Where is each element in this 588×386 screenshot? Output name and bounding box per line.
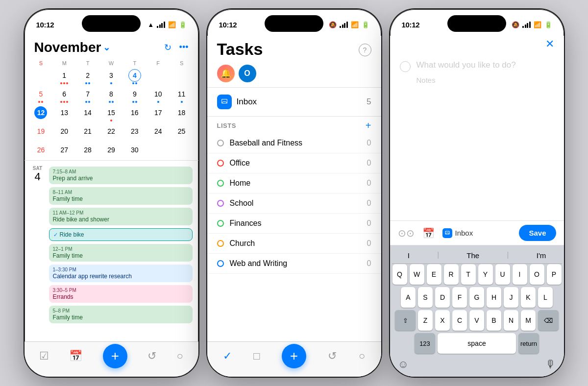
cal-day-7[interactable]: 7 [76, 87, 99, 104]
suggestion-i[interactable]: I [404, 250, 414, 261]
cal-day-2[interactable]: 2 [76, 68, 99, 86]
tab-checkmark-2[interactable]: ✓ [223, 350, 232, 362]
key-x[interactable]: X [435, 310, 450, 331]
toolbar-assign-icon[interactable]: ⊙⊙ [398, 227, 415, 239]
key-v[interactable]: V [469, 310, 484, 331]
key-shift[interactable]: ⇧ [395, 310, 416, 331]
key-r[interactable]: R [444, 264, 459, 285]
tab-profile-1[interactable]: ○ [176, 350, 183, 362]
key-e[interactable]: E [427, 264, 441, 285]
key-w[interactable]: W [410, 264, 424, 285]
tab-calendar[interactable]: 📅 [69, 350, 82, 362]
key-y[interactable]: Y [478, 264, 493, 285]
cal-day-13[interactable]: 13 [52, 105, 76, 123]
cal-day-24[interactable]: 24 [147, 124, 170, 142]
key-f[interactable]: F [452, 287, 467, 308]
cal-day-27[interactable]: 27 [52, 143, 76, 160]
cal-day-5[interactable]: 5 [29, 87, 53, 104]
cal-day-10[interactable]: 10 [147, 87, 170, 104]
cal-day-23[interactable]: 23 [123, 124, 147, 142]
list-webwriting[interactable]: Web and Writing 0 [207, 254, 381, 274]
more-icon[interactable]: ••• [179, 42, 189, 53]
key-z[interactable]: Z [418, 310, 433, 331]
close-button[interactable]: ✕ [545, 39, 554, 49]
key-l[interactable]: L [538, 287, 553, 308]
list-baseball[interactable]: Baseball and Fitness 0 [207, 133, 381, 153]
cal-day-15[interactable]: 15 [99, 105, 123, 123]
mic-button[interactable]: 🎙 [541, 356, 560, 373]
cal-day-19[interactable]: 19 [29, 124, 53, 142]
cal-day-26[interactable]: 26 [29, 143, 53, 160]
key-123[interactable]: 123 [415, 333, 435, 354]
fab-add-2[interactable]: + [282, 344, 306, 368]
fab-add-1[interactable]: + [103, 344, 127, 368]
outlook-icon[interactable]: O [239, 65, 256, 82]
task-checkbox[interactable] [400, 61, 411, 72]
event-family3[interactable]: 5–8 PM Family time [49, 306, 193, 323]
task-title-input[interactable]: What would you like to do? [416, 60, 554, 70]
key-h[interactable]: H [487, 287, 501, 308]
key-a[interactable]: A [401, 287, 416, 308]
tab-profile-2[interactable]: ○ [359, 350, 365, 362]
cal-day-4[interactable]: 4 [123, 68, 147, 86]
key-o[interactable]: O [530, 264, 544, 285]
cal-day-18[interactable]: 18 [170, 105, 194, 123]
key-u[interactable]: U [495, 264, 510, 285]
cal-day-22[interactable]: 22 [99, 124, 123, 142]
event-ride[interactable]: ✓ Ride bike [49, 228, 193, 241]
calendar-month-title[interactable]: November ⌄ [34, 40, 111, 55]
cal-day-20[interactable]: 20 [52, 124, 76, 142]
key-return[interactable]: return [518, 333, 539, 354]
key-b[interactable]: B [487, 310, 501, 331]
tab-calendar-2[interactable]: □ [253, 350, 260, 362]
cal-day-12[interactable]: 12 [29, 105, 53, 123]
cal-day-11[interactable]: 11 [170, 87, 194, 104]
toolbar-date-icon[interactable]: 📅 [422, 227, 435, 239]
key-j[interactable]: J [504, 287, 518, 308]
cal-day-17[interactable]: 17 [147, 105, 170, 123]
cal-day-29[interactable]: 29 [99, 143, 123, 160]
event-family1[interactable]: 8–11 AM Family time [49, 187, 193, 205]
save-button[interactable]: Save [519, 225, 556, 241]
event-prep[interactable]: 7:15–8 AM Prep and arrive [49, 167, 193, 184]
key-g[interactable]: G [469, 287, 484, 308]
help-icon[interactable]: ? [359, 44, 371, 56]
key-space[interactable]: space [438, 333, 516, 354]
reminders-icon[interactable]: 🔔 [217, 65, 235, 82]
refresh-icon[interactable]: ↻ [164, 42, 172, 53]
lists-add-icon[interactable]: + [366, 120, 371, 131]
key-d[interactable]: D [435, 287, 450, 308]
suggestion-im[interactable]: I'm [533, 250, 550, 261]
cal-day-3[interactable]: 3 [99, 68, 123, 86]
suggestion-the[interactable]: The [463, 250, 483, 261]
key-m[interactable]: M [521, 310, 536, 331]
tab-refresh-2[interactable]: ↺ [328, 350, 337, 362]
cal-day-9[interactable]: 9 [123, 87, 147, 104]
cal-day-14[interactable]: 14 [76, 105, 99, 123]
cal-day-16[interactable]: 16 [123, 105, 147, 123]
cal-day-21[interactable]: 21 [76, 124, 99, 142]
list-finances[interactable]: Finances 0 [207, 214, 381, 234]
key-i[interactable]: I [513, 264, 527, 285]
event-errands[interactable]: 3:30–5 PM Errands [49, 285, 193, 303]
cal-day-8[interactable]: 8 [99, 87, 123, 104]
event-ride-shower[interactable]: 11 AM–12 PM Ride bike and shower [49, 208, 193, 225]
key-p[interactable]: P [547, 264, 562, 285]
emoji-button[interactable]: ☺ [394, 356, 413, 373]
event-family2[interactable]: 12–1 PM Family time [49, 244, 193, 262]
key-c[interactable]: C [452, 310, 467, 331]
cal-day-25[interactable]: 25 [170, 124, 194, 142]
key-backspace[interactable]: ⌫ [538, 310, 559, 331]
key-n[interactable]: N [504, 310, 518, 331]
list-school[interactable]: School 0 [207, 193, 381, 214]
cal-day-1[interactable]: 1 [52, 68, 76, 86]
tab-refresh-1[interactable]: ↺ [147, 350, 156, 362]
cal-day-28[interactable]: 28 [76, 143, 99, 160]
cal-day-30[interactable]: 30 [123, 143, 147, 160]
inbox-row[interactable]: Inbox 5 [207, 88, 381, 116]
key-q[interactable]: Q [392, 264, 407, 285]
key-k[interactable]: K [521, 287, 536, 308]
cal-day-6[interactable]: 6 [52, 87, 76, 104]
event-research[interactable]: 1–3:30 PM Calendar app rewrite research [49, 265, 193, 282]
key-t[interactable]: T [461, 264, 476, 285]
